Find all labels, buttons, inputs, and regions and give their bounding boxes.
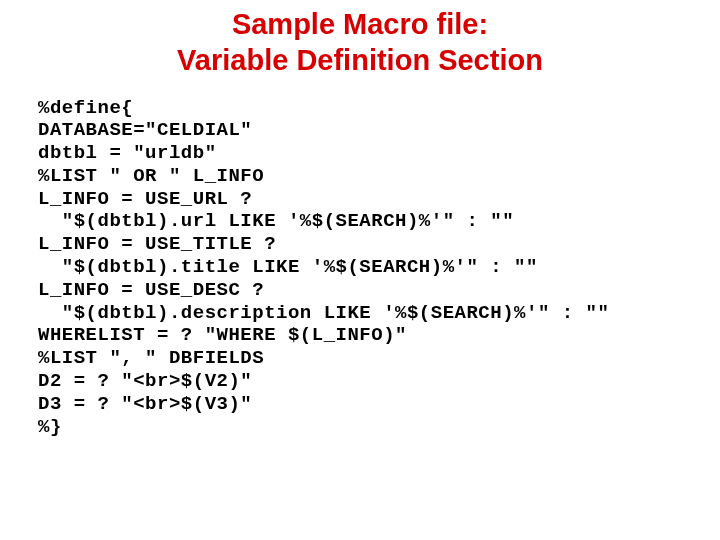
title-line-1: Sample Macro file: — [0, 6, 720, 42]
slide-title: Sample Macro file: Variable Definition S… — [0, 0, 720, 79]
macro-code-block: %define{ DATABASE="CELDIAL" dbtbl = "url… — [0, 79, 720, 439]
title-line-2: Variable Definition Section — [0, 42, 720, 78]
